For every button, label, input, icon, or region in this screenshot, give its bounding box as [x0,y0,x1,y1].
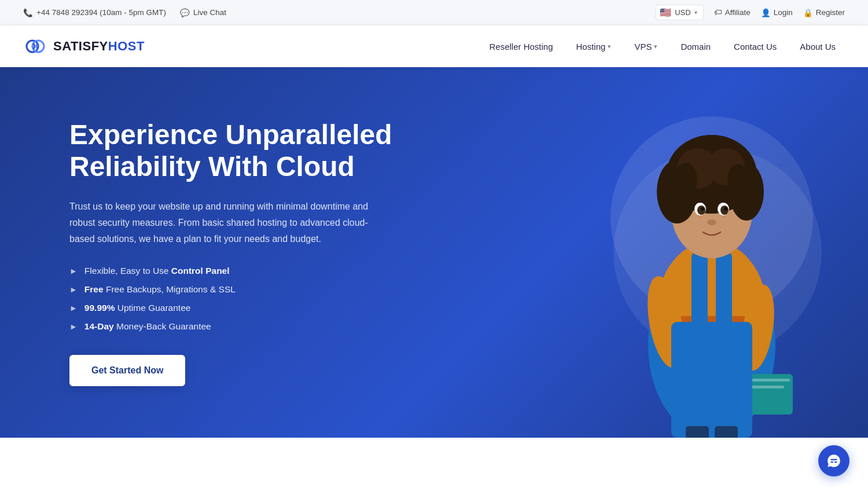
nav-label: VPS [634,42,652,52]
svg-rect-7 [692,252,708,328]
register-label: Register [816,8,845,17]
phone-contact[interactable]: 📞 +44 7848 292394 (10am - 5pm GMT) [23,8,166,17]
nav-label: About Us [800,42,836,52]
nav-hosting[interactable]: Hosting ▾ [567,37,621,56]
flag-icon: 🇺🇸 [660,7,671,18]
logo-text: SATISFYHOST [53,39,145,54]
get-started-button[interactable]: Get Started Now [69,355,185,386]
affiliate-label: Affiliate [725,8,751,17]
nav-label: Hosting [576,42,606,52]
nav-label: Domain [681,42,711,52]
topbar-left: 📞 +44 7848 292394 (10am - 5pm GMT) 💬 Liv… [23,8,226,17]
hero-content: Experience Unparalleled Reliability With… [69,119,405,386]
arrow-icon: ► [69,322,78,331]
login-link[interactable]: 👤 Login [761,8,793,17]
lock-icon: 🔒 [803,8,813,17]
person-svg [602,90,822,438]
hero-title: Experience Unparalleled Reliability With… [69,119,405,182]
nav-label: Reseller Hosting [489,42,553,52]
arrow-icon: ► [69,303,78,313]
topbar: 📞 +44 7848 292394 (10am - 5pm GMT) 💬 Liv… [0,0,868,25]
arrow-icon: ► [69,285,78,294]
svg-rect-8 [716,252,732,328]
phone-icon: 📞 [23,8,33,17]
feature-text: Free Free Backups, Migrations & SSL [84,284,236,295]
chevron-down-icon: ▾ [694,9,697,16]
arrow-icon: ► [69,266,78,276]
user-icon: 👤 [761,8,771,17]
svg-rect-31 [686,426,709,438]
tag-icon: 🏷 [714,8,722,17]
feature-item: ► 99.99% Uptime Guarantee [69,303,405,313]
feature-list: ► Flexible, Easy to Use Control Panel ► … [69,266,405,332]
feature-item: ► Flexible, Easy to Use Control Panel [69,266,405,276]
livechat-text: Live Chat [193,8,226,17]
svg-point-16 [674,163,697,197]
svg-point-24 [707,219,716,225]
svg-point-17 [727,164,748,196]
topbar-right: 🇺🇸 USD ▾ 🏷 Affiliate 👤 Login 🔒 Register [656,5,845,20]
feature-text: 99.99% Uptime Guarantee [84,303,191,313]
svg-rect-32 [715,426,738,438]
login-label: Login [774,8,793,17]
chevron-down-icon: ▾ [608,43,611,50]
feature-item: ► 14-Day Money-Back Guarantee [69,321,405,332]
livechat-contact[interactable]: 💬 Live Chat [180,8,226,17]
feature-text: Flexible, Easy to Use Control Panel [84,266,230,276]
nav-vps[interactable]: VPS ▾ [625,37,667,56]
nav-about[interactable]: About Us [790,37,845,56]
svg-point-23 [724,207,727,211]
logo[interactable]: SATISFYHOST [23,34,145,58]
nav-reseller-hosting[interactable]: Reseller Hosting [480,37,562,56]
nav-label: Contact Us [734,42,777,52]
nav-domain[interactable]: Domain [671,37,720,56]
chat-icon: 💬 [180,8,190,17]
hero-person-image [590,79,833,438]
nav-links: Reseller Hosting Hosting ▾ VPS ▾ Domain … [480,37,845,56]
logo-icon [23,34,47,58]
svg-rect-30 [671,322,752,438]
chevron-down-icon: ▾ [654,43,657,50]
hero-image-area [434,67,868,438]
hero-section: Experience Unparalleled Reliability With… [0,67,868,438]
nav-contact[interactable]: Contact Us [724,37,786,56]
hero-subtitle: Trust us to keep your website up and run… [69,199,370,247]
navbar: SATISFYHOST Reseller Hosting Hosting ▾ V… [0,25,868,67]
feature-text: 14-Day Money-Back Guarantee [84,321,211,332]
feature-item: ► Free Free Backups, Migrations & SSL [69,284,405,295]
register-link[interactable]: 🔒 Register [803,8,845,17]
currency-selector[interactable]: 🇺🇸 USD ▾ [656,5,703,20]
currency-label: USD [675,8,690,17]
svg-point-22 [701,207,704,211]
affiliate-link[interactable]: 🏷 Affiliate [714,8,751,17]
phone-text: +44 7848 292394 (10am - 5pm GMT) [36,8,166,17]
